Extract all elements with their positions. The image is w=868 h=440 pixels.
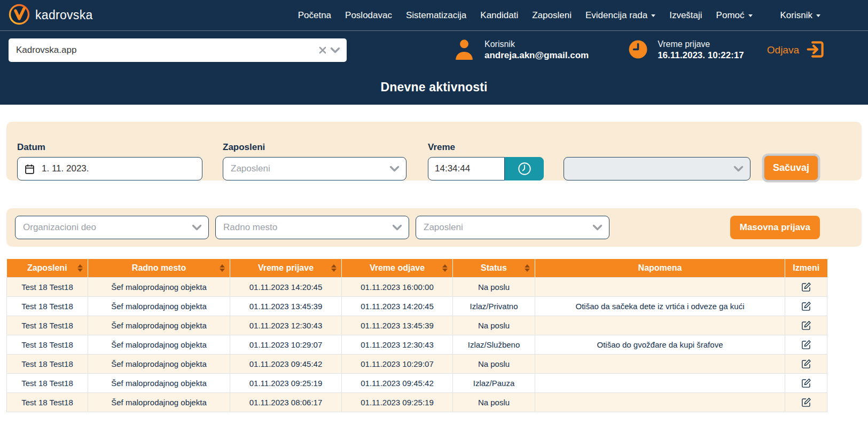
cell-radno-mesto: Šef maloprodajnog objekta <box>88 316 230 335</box>
mass-checkin-filters: Organizacioni deo Radno mesto Zaposleni … <box>6 208 862 247</box>
zaposleni-select-placeholder: Zaposleni <box>231 163 270 174</box>
chevron-down-icon <box>733 166 744 172</box>
datum-value[interactable] <box>42 163 196 174</box>
col-header-izmeni: Izmeni <box>785 259 827 277</box>
vreme-input[interactable] <box>428 157 505 180</box>
cell-napomena <box>535 277 785 296</box>
logo-check-circle-icon <box>9 4 30 27</box>
clock-outline-icon <box>517 161 533 177</box>
sort-arrows-icon <box>220 264 225 272</box>
cell-napomena <box>535 392 785 412</box>
brand-link[interactable]: kadrovska <box>9 4 93 27</box>
cell-radno-mesto: Šef maloprodajnog objekta <box>88 335 230 354</box>
mass-checkin-button[interactable]: Masovna prijava <box>730 216 820 239</box>
daily-activity-form: Datum Zaposleni Zaposleni <box>6 122 862 180</box>
user-info: Korisnik andreja.akn@gmail.com <box>453 37 589 63</box>
cell-status: Izlaz/Privatno <box>453 296 535 316</box>
cell-vreme-prijave: 01.11.2023 09:45:42 <box>230 354 342 373</box>
cell-radno-mesto: Šef maloprodajnog objekta <box>88 392 230 412</box>
table-row: Test 18 Test18 Šef maloprodajnog objekta… <box>7 354 827 373</box>
col-header-vreme-odjave[interactable]: Vreme odjave <box>342 259 453 277</box>
nav-item-korisnik[interactable]: Korisnik <box>775 6 826 25</box>
title-row: Dnevne aktivnosti <box>0 69 868 105</box>
cell-vreme-prijave: 01.11.2023 08:06:17 <box>230 392 342 412</box>
nav-item-izvestaji[interactable]: Izveštaji <box>663 6 708 25</box>
edit-button[interactable] <box>800 376 812 389</box>
nav-item-evidencija-rada[interactable]: Evidencija rada <box>580 6 661 25</box>
cell-radno-mesto: Šef maloprodajnog objekta <box>88 277 230 296</box>
header-subrow: Kadrovska.app Korisnik andreja.akn@gmail… <box>0 30 868 69</box>
cell-napomena <box>535 316 785 335</box>
radno-mesto-select[interactable]: Radno mesto <box>215 216 409 239</box>
chevron-down-icon <box>389 166 400 172</box>
cell-zaposleni: Test 18 Test18 <box>7 392 88 412</box>
logout-button[interactable]: Odjava <box>767 40 825 61</box>
organizacioni-deo-select[interactable]: Organizacioni deo <box>15 216 209 239</box>
clear-x-icon[interactable] <box>318 46 327 54</box>
cell-vreme-odjave: 01.11.2023 09:25:19 <box>342 392 453 412</box>
logout-label: Odjava <box>767 44 799 56</box>
cell-napomena: Otišao do gvožđare da kupi šrafove <box>535 335 785 354</box>
chevron-down-icon <box>192 224 202 231</box>
cell-zaposleni: Test 18 Test18 <box>7 335 88 354</box>
cell-zaposleni: Test 18 Test18 <box>7 354 88 373</box>
cell-vreme-odjave: 01.11.2023 13:45:39 <box>342 316 453 335</box>
cell-vreme-odjave: 01.11.2023 16:00:00 <box>342 277 453 296</box>
chevron-down-icon <box>748 14 753 17</box>
table-row: Test 18 Test18 Šef maloprodajnog objekta… <box>7 316 827 335</box>
sort-arrows-icon <box>331 264 337 272</box>
company-select[interactable]: Kadrovska.app <box>9 38 347 62</box>
radno-mesto-placeholder: Radno mesto <box>223 222 277 233</box>
navbar: kadrovska Početna Poslodavac Sistematiza… <box>0 0 868 30</box>
col-header-zaposleni[interactable]: Zaposleni <box>7 259 88 277</box>
cell-vreme-prijave: 01.11.2023 09:25:19 <box>230 373 342 392</box>
cell-izmeni <box>785 296 827 316</box>
cell-izmeni <box>785 392 827 412</box>
edit-button[interactable] <box>800 300 812 312</box>
table-row: Test 18 Test18 Šef maloprodajnog objekta… <box>7 277 827 296</box>
cell-radno-mesto: Šef maloprodajnog objekta <box>88 296 230 316</box>
activity-type-select[interactable] <box>564 157 750 180</box>
cell-zaposleni: Test 18 Test18 <box>7 296 88 316</box>
col-header-status[interactable]: Status <box>453 259 535 277</box>
sort-arrows-icon <box>525 264 530 272</box>
edit-button[interactable] <box>800 280 812 293</box>
cell-izmeni <box>785 354 827 373</box>
table-row: Test 18 Test18 Šef maloprodajnog objekta… <box>7 335 827 354</box>
organizacioni-deo-placeholder: Organizacioni deo <box>23 222 96 233</box>
edit-button[interactable] <box>800 319 812 332</box>
nav-item-zaposleni[interactable]: Zaposleni <box>526 6 577 25</box>
activities-table-wrap: Zaposleni Radno mesto Vreme prijave Vrem… <box>6 259 827 412</box>
nav-item-pomoc[interactable]: Pomoć <box>710 6 758 25</box>
zaposleni-filter-select[interactable]: Zaposleni <box>416 216 609 239</box>
calendar-icon <box>24 163 35 175</box>
col-header-vreme-prijave[interactable]: Vreme prijave <box>230 259 342 277</box>
cell-vreme-odjave: 01.11.2023 14:20:45 <box>342 296 453 316</box>
cell-napomena <box>535 354 785 373</box>
nav-item-sistematizacija[interactable]: Sistematizacija <box>400 6 472 25</box>
edit-button[interactable] <box>800 357 812 370</box>
top-header: kadrovska Početna Poslodavac Sistematiza… <box>0 0 868 105</box>
zaposleni-select[interactable]: Zaposleni <box>223 157 406 180</box>
edit-button[interactable] <box>800 396 812 408</box>
vreme-value[interactable] <box>435 163 498 174</box>
datum-input[interactable] <box>17 157 202 180</box>
nav-item-kandidati[interactable]: Kandidati <box>474 6 524 25</box>
cell-status: Izlaz/Pauza <box>453 373 535 392</box>
edit-button[interactable] <box>800 338 812 351</box>
time-picker-button[interactable] <box>505 157 544 180</box>
cell-status: Na poslu <box>453 392 535 412</box>
nav-item-pocetna[interactable]: Početna <box>292 6 337 25</box>
chevron-down-icon[interactable] <box>330 47 340 53</box>
table-row: Test 18 Test18 Šef maloprodajnog objekta… <box>7 392 827 412</box>
login-time-value: 16.11.2023. 10:22:17 <box>658 50 744 61</box>
nav-item-poslodavac[interactable]: Poslodavac <box>339 6 398 25</box>
save-button[interactable]: Sačuvaj <box>764 155 818 180</box>
cell-izmeni <box>785 373 827 392</box>
cell-vreme-prijave: 01.11.2023 12:30:43 <box>230 316 342 335</box>
cell-vreme-odjave: 01.11.2023 12:30:43 <box>342 335 453 354</box>
logout-box-arrow-icon <box>806 40 825 61</box>
col-header-radno-mesto[interactable]: Radno mesto <box>88 259 230 277</box>
cell-izmeni <box>785 316 827 335</box>
cell-zaposleni: Test 18 Test18 <box>7 316 88 335</box>
